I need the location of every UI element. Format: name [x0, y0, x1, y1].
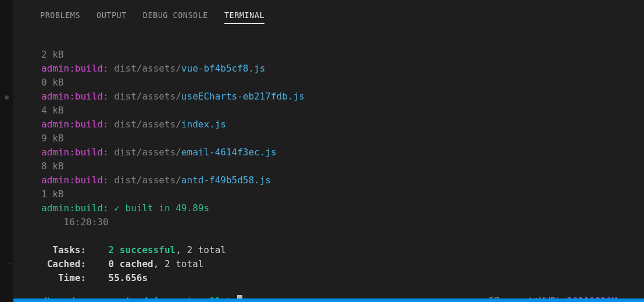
build-job: admin [41, 119, 69, 130]
asset-path: dist/assets/ [114, 63, 181, 74]
tasks-total: , 2 total [176, 244, 226, 255]
build-task: build [75, 91, 103, 102]
status-bar[interactable] [13, 299, 644, 302]
file-size: 1 kB [41, 189, 64, 200]
left-gutter [0, 0, 13, 302]
colon: : [69, 202, 75, 214]
label-tasks: Tasks: [41, 244, 109, 255]
prompt-left: /home/wangc-nest-admin master ?1 ❯ [41, 294, 242, 299]
tab-debug-console[interactable]: DEBUG CONSOLE [143, 10, 208, 20]
asset-path: dist/assets/ [114, 91, 181, 102]
file-size: 9 kB [41, 133, 64, 144]
asset-path: dist/assets/ [114, 147, 181, 158]
time-val: 55.656s [109, 272, 148, 283]
tab-output[interactable]: OUTPUT [96, 10, 127, 20]
file-size: 2 kB [41, 49, 64, 60]
asset-file: useECharts-eb217fdb.js [181, 91, 305, 102]
asset-path: dist/assets/ [114, 119, 181, 130]
label-time: Time: [41, 272, 109, 283]
colon: : [69, 175, 75, 186]
build-job: admin [41, 91, 69, 102]
build-job: admin [41, 202, 69, 214]
colon: : [69, 63, 75, 74]
asset-file: email-4614f3ec.js [181, 147, 277, 158]
file-size: 0 kB [41, 77, 64, 88]
colon: : [69, 147, 75, 158]
build-job: admin [41, 147, 69, 158]
prompt-line[interactable]: /home/wangc-nest-admin master ?1 ❯ 57s r… [41, 294, 617, 299]
cached-val: 0 cached [109, 258, 153, 269]
build-job: admin [41, 175, 69, 186]
tasks-success-word: successful [114, 244, 176, 255]
tasks-success-num: 2 [109, 244, 115, 255]
colon: : [103, 202, 109, 214]
colon: : [103, 119, 109, 130]
build-job: admin [41, 63, 69, 74]
colon: : [69, 119, 75, 130]
gutter-divider-icon [6, 264, 13, 264]
asset-file: vue-bf4b5cf8.js [181, 63, 266, 74]
colon: : [103, 63, 109, 74]
colon: : [103, 91, 109, 102]
tab-terminal[interactable]: TERMINAL [224, 10, 264, 24]
panel-tabs: PROBLEMS OUTPUT DEBUG CONSOLE TERMINAL [13, 0, 644, 28]
colon: : [103, 175, 109, 186]
prompt-right: 57s root@YWPL-20210830M [488, 294, 617, 299]
built-message: built in 49.89s [126, 202, 210, 214]
build-task: build [75, 175, 103, 186]
panel-main: PROBLEMS OUTPUT DEBUG CONSOLE TERMINAL 2… [13, 0, 644, 302]
file-size: 8 kB [41, 161, 64, 172]
asset-file: index.js [181, 119, 226, 130]
label-cached: Cached: [41, 258, 109, 269]
cached-total: , 2 total [153, 258, 204, 269]
terminal-output[interactable]: 2 kB admin:build: dist/assets/vue-bf4b5c… [13, 28, 644, 299]
colon: : [69, 91, 75, 102]
build-task: build [75, 147, 103, 158]
indent [41, 216, 64, 228]
tab-problems[interactable]: PROBLEMS [40, 10, 80, 20]
build-task: build [75, 202, 103, 214]
file-size: 4 kB [41, 105, 64, 116]
asset-path: dist/assets/ [114, 175, 181, 186]
build-task: build [75, 63, 103, 74]
timestamp: 16:20:30 [64, 216, 109, 228]
build-task: build [75, 119, 103, 130]
asset-file: antd-f49b5d58.js [181, 175, 271, 186]
gutter-dot-icon [5, 95, 9, 100]
colon: : [103, 147, 109, 158]
check-icon: ✓ [114, 202, 125, 214]
